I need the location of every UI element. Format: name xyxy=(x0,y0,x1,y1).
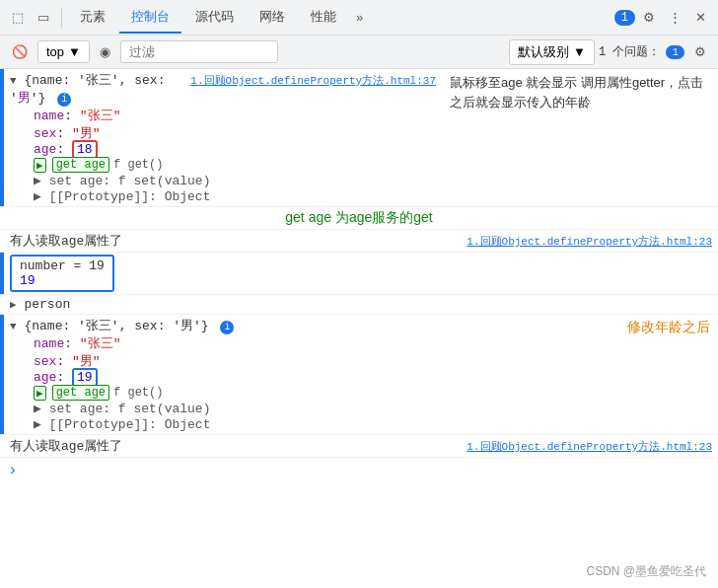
tab-console[interactable]: 控制台 xyxy=(119,2,181,34)
getter-expand-2[interactable]: ▶ xyxy=(34,386,46,401)
prop-name-2: name: "张三" xyxy=(10,334,613,352)
tab-elements[interactable]: 元素 xyxy=(68,2,117,34)
issues-text: 1 个问题： xyxy=(599,43,660,60)
number-value: 19 xyxy=(20,273,105,288)
notice-2-text: 有人读取age属性了 xyxy=(10,437,122,455)
tab-network[interactable]: 网络 xyxy=(248,2,297,34)
setter-row-2: ▶ set age: f set(value) xyxy=(10,401,613,416)
comment-block-1: 鼠标移至age 就会显示 调用属性getter，点击之后就会显示传入的年龄 xyxy=(442,69,718,206)
console-toolbar: 🚫 top ▼ ◉ 默认级别 ▼ 1 个问题： 1 ⚙ xyxy=(0,36,718,69)
separator xyxy=(61,8,62,28)
proto-arrow-2[interactable]: ▶ xyxy=(34,417,41,432)
setter-label-1: set age: f set(value) xyxy=(49,174,211,188)
person-content: ▶ person xyxy=(4,295,76,314)
main-toolbar: ⬚ ▭ 元素 控制台 源代码 网络 性能 » 1 ⚙ ⋮ ✕ xyxy=(0,0,718,36)
getter-func-1: f get() xyxy=(113,158,163,172)
entry-2-content: ▼ {name: '张三', sex: '男'} i name: "张三" se… xyxy=(4,315,619,434)
person-arrow[interactable]: ▶ xyxy=(10,299,17,311)
person-label: person xyxy=(24,297,70,312)
val-sex: "男" xyxy=(72,126,101,141)
log-level-arrow: ▼ xyxy=(573,44,586,59)
prompt-arrow: › xyxy=(8,462,18,479)
setter-arrow-1[interactable]: ▶ xyxy=(34,174,41,188)
console-entry-1: ▼ {name: '张三', sex: '男'} i 1.回顾Object.de… xyxy=(0,69,718,207)
expand-arrow-2[interactable]: ▼ xyxy=(10,321,17,332)
getter-badge-1: get age xyxy=(52,157,109,173)
getter-row-1: ▶ get age f get() xyxy=(10,157,436,173)
entry-2-row: ▼ {name: '张三', sex: '男'} i xyxy=(10,317,613,334)
setter-arrow-2[interactable]: ▶ xyxy=(34,402,41,416)
val-sex-2: "男" xyxy=(72,354,101,369)
comment-block-2: 修改年龄之后 xyxy=(619,315,718,434)
notice-2-row: 有人读取age属性了 1.回顾Object.defineProperty方法.h… xyxy=(4,435,718,457)
device-icon[interactable]: ▭ xyxy=(32,6,55,29)
entry-1-row: ▼ {name: '张三', sex: '男'} i 1.回顾Object.de… xyxy=(10,71,436,107)
getter-func-2: f get() xyxy=(113,386,163,400)
info-icon-2[interactable]: i xyxy=(220,321,234,334)
setter-row-1: ▶ set age: f set(value) xyxy=(10,173,436,188)
tab-performance[interactable]: 性能 xyxy=(299,2,348,34)
proto-row-1: ▶ [[Prototype]]: Object xyxy=(10,188,436,204)
key-sex: sex xyxy=(34,126,56,141)
getter-expand-1[interactable]: ▶ xyxy=(34,158,46,173)
info-icon-1[interactable]: i xyxy=(57,93,71,107)
more-options-button[interactable]: ⋮ xyxy=(663,6,687,29)
key-age-1: age xyxy=(34,142,56,157)
notice-1-text: 有人读取age属性了 xyxy=(10,232,122,250)
object-label-2: {name: '张三', sex: '男'} xyxy=(24,319,208,333)
get-age-label: get age 为age服务的get xyxy=(285,209,432,227)
prop-sex-2: sex: "男" xyxy=(10,352,613,370)
read-notice-1: 有人读取age属性了 1.回顾Object.defineProperty方法.h… xyxy=(0,230,718,253)
clear-console-button[interactable]: 🚫 xyxy=(6,40,34,63)
eye-button[interactable]: ◉ xyxy=(94,40,116,63)
filter-input[interactable] xyxy=(120,40,278,63)
entry-1-object: ▼ {name: '张三', sex: '男'} i xyxy=(10,71,182,107)
key-name-2: name xyxy=(34,336,64,351)
log-level-label: 默认级别 xyxy=(518,43,569,61)
prop-age-1: age: 18 xyxy=(10,142,436,157)
getter-row-2: ▶ get age f get() xyxy=(10,385,613,401)
number-entry: number = 19 19 xyxy=(0,253,718,295)
top-context-label: top xyxy=(46,44,64,59)
notice-2-source[interactable]: 1.回顾Object.defineProperty方法.html:23 xyxy=(467,437,712,454)
key-sex-2: sex xyxy=(34,354,56,369)
entry-2-object: ▼ {name: '张三', sex: '男'} i xyxy=(10,317,234,334)
number-block: number = 19 19 xyxy=(10,255,114,292)
log-level-dropdown[interactable]: 默认级别 ▼ xyxy=(509,39,595,65)
console-content: ▼ {name: '张三', sex: '男'} i 1.回顾Object.de… xyxy=(0,69,718,588)
source-link-1[interactable]: 1.回顾Object.defineProperty方法.html:37 xyxy=(190,71,436,88)
proto-arrow-1[interactable]: ▶ xyxy=(34,189,41,204)
person-entry: ▶ person xyxy=(0,295,718,315)
more-tabs-button[interactable]: » xyxy=(350,6,369,29)
key-age-2: age xyxy=(34,370,56,385)
val-name: "张三" xyxy=(80,109,121,123)
getter-badge-2: get age xyxy=(52,385,109,401)
prop-age-2: age: 19 xyxy=(10,370,613,385)
top-context-dropdown[interactable]: top ▼ xyxy=(37,40,90,63)
read-notice-2: 有人读取age属性了 1.回顾Object.defineProperty方法.h… xyxy=(0,435,718,458)
watermark: CSDN @墨鱼爱吃圣代 xyxy=(586,563,706,580)
issues-badge: 1 xyxy=(666,45,684,59)
tab-sources[interactable]: 源代码 xyxy=(183,2,246,34)
setter-label-2: set age: f set(value) xyxy=(49,402,211,416)
close-button[interactable]: ✕ xyxy=(689,6,712,29)
val-name-2: "张三" xyxy=(80,336,121,351)
prop-name-1: name: "张三" xyxy=(10,107,436,124)
number-content: number = 19 19 xyxy=(4,253,120,294)
console-prompt[interactable]: › xyxy=(0,458,718,483)
notification-badge: 1 xyxy=(614,10,635,26)
console-settings-button[interactable]: ⚙ xyxy=(688,40,712,63)
inspect-icon[interactable]: ⬚ xyxy=(6,6,30,29)
key-name: name xyxy=(34,109,64,123)
expand-arrow-1[interactable]: ▼ xyxy=(10,75,17,87)
console-entry-2: ▼ {name: '张三', sex: '男'} i name: "张三" se… xyxy=(0,315,718,435)
notice-1-row: 有人读取age属性了 1.回顾Object.defineProperty方法.h… xyxy=(4,230,718,252)
entry-1-content: ▼ {name: '张三', sex: '男'} i 1.回顾Object.de… xyxy=(4,69,442,206)
get-age-comment: get age 为age服务的get xyxy=(0,207,718,230)
proto-label-1: [[Prototype]]: Object xyxy=(49,189,211,204)
settings-button[interactable]: ⚙ xyxy=(637,6,661,29)
proto-label-2: [[Prototype]]: Object xyxy=(49,417,211,432)
notice-1-source[interactable]: 1.回顾Object.defineProperty方法.html:23 xyxy=(467,232,712,249)
number-expression: number = 19 xyxy=(20,258,105,273)
object-label-1: {name: '张三', sex: '男'} xyxy=(10,73,165,106)
